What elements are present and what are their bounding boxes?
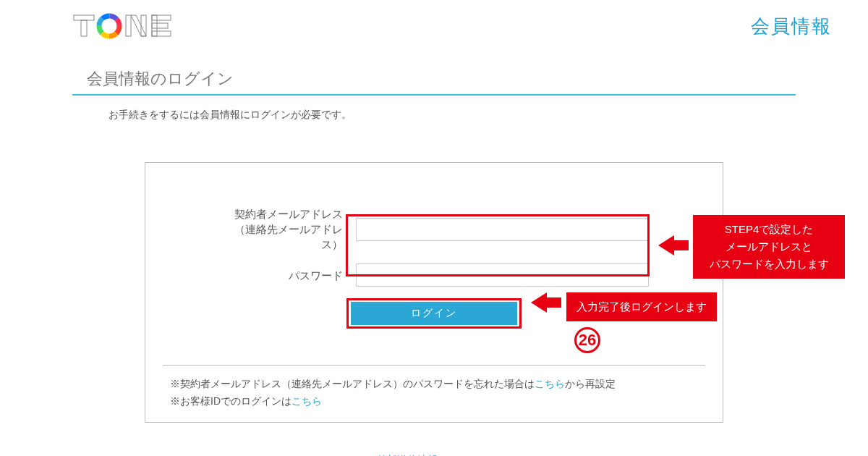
tone-logo-svg (72, 13, 181, 39)
svg-marker-12 (131, 15, 146, 36)
note1-suffix: から再設定 (565, 378, 616, 389)
svg-rect-14 (152, 15, 171, 20)
login-button-highlight: ログイン (346, 298, 522, 329)
header: 会員情報 (0, 0, 868, 46)
svg-rect-13 (152, 15, 157, 36)
svg-rect-11 (141, 15, 146, 36)
inputs-annot-line2: メールアドレスと (726, 240, 812, 253)
bottom-link-wrap: 外部送信情報について ＞ (0, 453, 868, 456)
password-input-wrap (356, 263, 649, 287)
svg-rect-15 (152, 23, 168, 28)
svg-rect-1 (81, 20, 87, 36)
login-button-row: ログイン (163, 298, 705, 329)
email-input-wrap (356, 218, 649, 241)
svg-rect-10 (126, 15, 131, 36)
svg-rect-16 (152, 31, 171, 36)
login-button[interactable]: ログイン (351, 302, 517, 325)
login-instruction: お手続きをするには会員情報にログインが必要です。 (109, 109, 767, 122)
customer-id-login-link[interactable]: こちら (292, 395, 322, 407)
password-input[interactable] (356, 263, 649, 287)
svg-rect-0 (74, 15, 94, 20)
inputs-annot-line3: パスワードを入力します (710, 258, 829, 270)
email-label: 契約者メールアドレス （連絡先メールアドレス） (220, 206, 343, 252)
header-member-info: 会員情報 (751, 14, 832, 39)
note2-prefix: ※お客様IDでのログインは (170, 395, 292, 407)
email-input[interactable] (356, 218, 649, 241)
page-title: 会員情報のログイン (87, 68, 781, 90)
note-line-2: ※お客様IDでのログインはこちら (170, 393, 698, 410)
forgot-password-link[interactable]: こちら (535, 378, 565, 389)
inputs-annot-line1: STEP4で設定した (725, 223, 814, 235)
login-form-box: 契約者メールアドレス （連絡先メールアドレス） パスワード ログイン ※契約者メ… (145, 162, 723, 423)
email-row: 契約者メールアドレス （連絡先メールアドレス） (163, 206, 705, 252)
email-label-line2: （連絡先メールアドレス） (234, 223, 343, 250)
email-label-line1: 契約者メールアドレス (234, 208, 343, 220)
password-row: パスワード (163, 263, 705, 287)
external-info-link[interactable]: 外部送信情報について ＞ (377, 454, 491, 456)
password-label: パスワード (220, 268, 343, 283)
logo (72, 13, 181, 39)
title-underline (72, 94, 796, 96)
note-line-1: ※契約者メールアドレス（連絡先メールアドレス）のパスワードを忘れた場合はこちらか… (170, 376, 698, 393)
note1-prefix: ※契約者メールアドレス（連絡先メールアドレス）のパスワードを忘れた場合は (170, 378, 535, 389)
form-notes: ※契約者メールアドレス（連絡先メールアドレス）のパスワードを忘れた場合はこちらか… (163, 365, 705, 422)
